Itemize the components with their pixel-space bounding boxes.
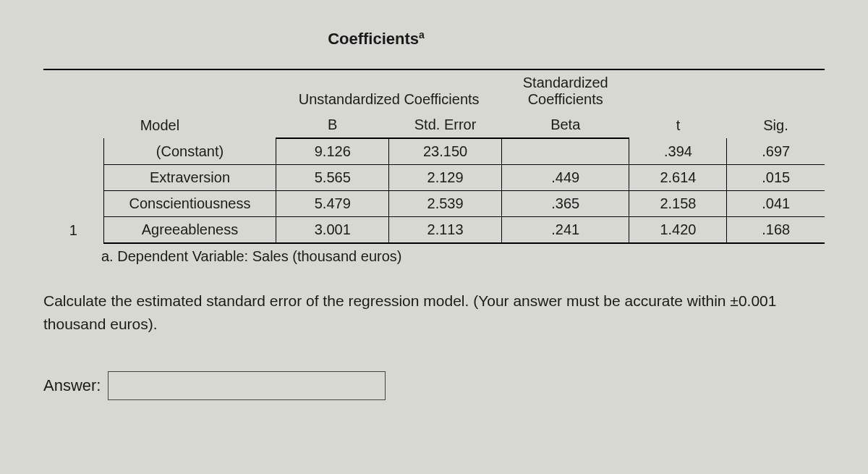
var-name: Agreeableness xyxy=(103,217,276,244)
cell-sig: .697 xyxy=(727,138,825,165)
col-header-std: Standardized Coefficients xyxy=(501,69,629,112)
col-header-sig: Sig. xyxy=(727,69,825,138)
col-header-b: B xyxy=(276,112,389,138)
cell-beta: .365 xyxy=(501,191,629,217)
table-row: Agreeableness 3.001 2.113 .241 1.420 .16… xyxy=(43,217,825,244)
cell-t: 1.420 xyxy=(629,217,727,244)
title-superscript: a xyxy=(419,29,425,41)
var-name: (Constant) xyxy=(103,138,276,165)
cell-b: 5.479 xyxy=(276,191,389,217)
cell-se: 2.539 xyxy=(389,191,502,217)
col-header-beta: Beta xyxy=(501,112,629,138)
var-name: Extraversion xyxy=(103,165,276,191)
title-text: Coefficients xyxy=(328,30,419,48)
cell-se: 23.150 xyxy=(389,138,502,165)
answer-input[interactable] xyxy=(108,371,386,400)
question-text: Calculate the estimated standard error o… xyxy=(43,289,825,335)
cell-t: 2.614 xyxy=(629,165,727,191)
col-header-se: Std. Error xyxy=(389,112,502,138)
cell-b: 9.126 xyxy=(276,138,389,165)
cell-se: 2.113 xyxy=(389,217,502,244)
table-row: Conscientiousness 5.479 2.539 .365 2.158… xyxy=(43,191,825,217)
table-row: Extraversion 5.565 2.129 .449 2.614 .015 xyxy=(43,165,825,191)
cell-t: 2.158 xyxy=(629,191,727,217)
cell-t: .394 xyxy=(629,138,727,165)
cell-b: 5.565 xyxy=(276,165,389,191)
cell-sig: .041 xyxy=(727,191,825,217)
var-name: Conscientiousness xyxy=(103,191,276,217)
model-number: 1 xyxy=(43,138,103,243)
coefficients-table: Model Unstandardized Coefficients Standa… xyxy=(43,69,825,244)
col-header-t: t xyxy=(629,69,727,138)
cell-sig: .015 xyxy=(727,165,825,191)
cell-beta: .241 xyxy=(501,217,629,244)
col-header-unstd: Unstandardized Coefficients xyxy=(276,69,502,112)
table-footnote: a. Dependent Variable: Sales (thousand e… xyxy=(101,248,825,265)
col-header-model: Model xyxy=(43,69,276,138)
cell-beta xyxy=(501,138,629,165)
answer-label: Answer: xyxy=(43,376,101,395)
cell-beta: .449 xyxy=(501,165,629,191)
table-row: 1 (Constant) 9.126 23.150 .394 .697 xyxy=(43,138,825,165)
cell-b: 3.001 xyxy=(276,217,389,244)
cell-se: 2.129 xyxy=(389,165,502,191)
cell-sig: .168 xyxy=(727,217,825,244)
table-title: Coefficientsa xyxy=(268,29,485,48)
